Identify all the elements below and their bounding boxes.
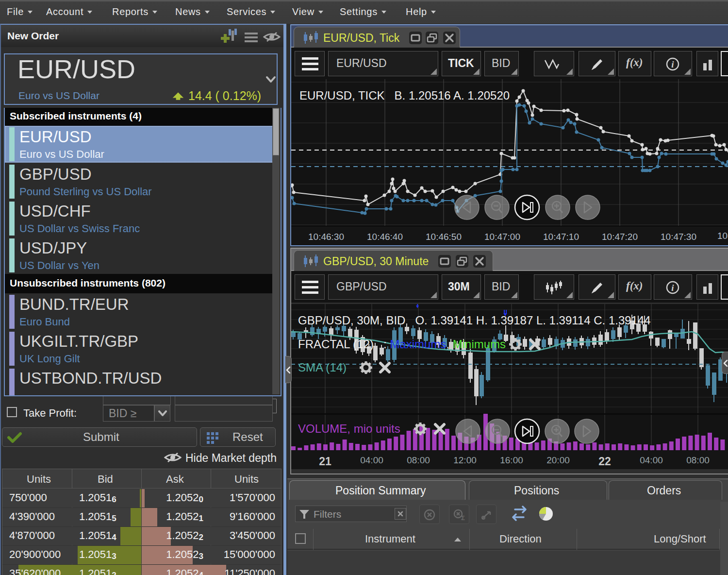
- svg-text:GBP/USD, 30M, BID O. 1.39141: GBP/USD, 30M, BID O. 1.39141 H. 1.39187 …: [298, 314, 651, 327]
- svg-text:Σ: Σ: [461, 514, 465, 521]
- svg-text:i: i: [671, 59, 674, 69]
- svg-text:VOLUME, mio units: VOLUME, mio units: [298, 422, 400, 435]
- svg-text:FRACTAL (12) : Maximums, Min: FRACTAL (12) : Maximums, Minimums: [298, 338, 506, 351]
- svg-text:i: i: [671, 283, 674, 293]
- svg-text:EUR/USD, TICK B. 1.20516 A.: EUR/USD, TICK B. 1.20516 A. 1.20520: [299, 89, 510, 102]
- svg-text:SMA (14): SMA (14): [298, 361, 347, 374]
